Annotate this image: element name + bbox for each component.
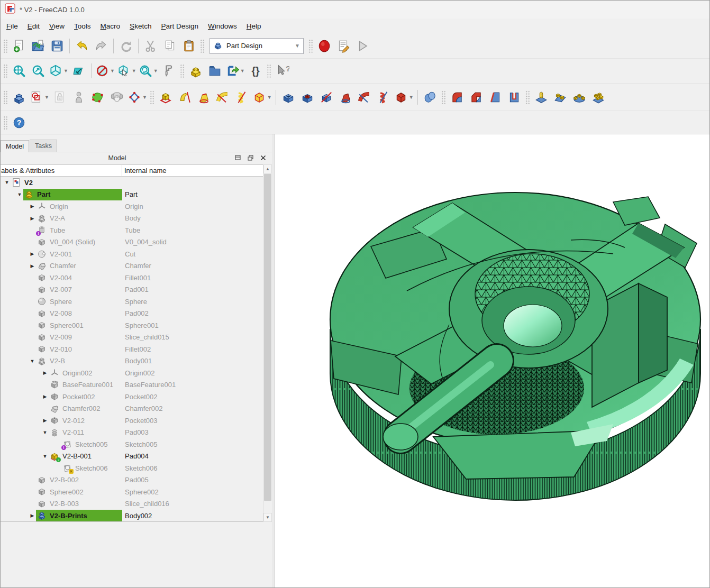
undo-button[interactable] (73, 36, 91, 56)
tree-row-v2-b-001[interactable]: ▼↓V2-B-001Pad004 (1, 451, 263, 463)
clipping-plane-button[interactable]: ▼ (95, 61, 115, 80)
fit-selection-button[interactable] (29, 61, 47, 80)
expander-right-icon[interactable]: ▶ (29, 263, 36, 269)
subtractive-pipe-button[interactable] (356, 88, 374, 107)
fit-all-button[interactable] (10, 61, 28, 80)
tree-row-sketch006[interactable]: ✕Sketch006Sketch006 (1, 462, 263, 474)
tree-row-tube[interactable]: !TubeTube (1, 224, 263, 236)
expander-right-icon[interactable]: ▶ (29, 513, 36, 518)
pad-button[interactable] (157, 88, 175, 107)
dock-close-button[interactable] (259, 154, 267, 162)
expander-down-icon[interactable]: ▼ (29, 359, 36, 364)
mirrored-button[interactable] (532, 88, 550, 107)
tree-row-v2-009[interactable]: V2-009Slice_child015 (1, 332, 263, 344)
scroll-down-button[interactable]: ▼ (263, 513, 272, 522)
rotate-view-button[interactable]: ▼ (138, 61, 159, 80)
toolbar-drag-handle[interactable] (150, 90, 154, 104)
expander-right-icon[interactable]: ▶ (29, 251, 36, 256)
tree-row-sphere002[interactable]: Sphere002Sphere002 (1, 486, 263, 498)
fillet-button[interactable] (448, 88, 466, 107)
create-group-button[interactable] (206, 61, 224, 80)
create-varset-button[interactable]: {} (247, 61, 265, 80)
hole-button[interactable] (298, 88, 316, 107)
macro-edit-button[interactable] (334, 36, 352, 56)
create-body-button[interactable] (10, 88, 28, 107)
toolbar-drag-handle[interactable] (441, 90, 446, 104)
axonometric-view-button[interactable]: ▼ (48, 61, 69, 80)
expander-right-icon[interactable]: ▶ (41, 370, 49, 375)
view-cube-button[interactable]: ▼ (116, 61, 137, 80)
scrollbar-thumb[interactable] (264, 174, 271, 501)
expander-right-icon[interactable]: ▶ (29, 204, 36, 209)
expander-right-icon[interactable]: ▶ (29, 216, 36, 221)
menu-edit[interactable]: Edit (23, 20, 44, 32)
subtractive-loft-button[interactable] (336, 88, 354, 107)
toolbar-drag-handle[interactable] (200, 39, 205, 53)
macro-execute-button[interactable] (353, 36, 371, 56)
redo-button[interactable] (92, 36, 110, 56)
tree-row-v2-007[interactable]: V2-007Pad001 (1, 284, 263, 296)
thickness-button[interactable] (505, 88, 523, 107)
toolbar-drag-handle[interactable] (3, 90, 8, 104)
toolbar-drag-handle[interactable] (525, 90, 530, 104)
tree-row-v0-004-solid-[interactable]: V0_004 (Solid)V0_004_solid (1, 236, 263, 249)
toolbar-drag-handle[interactable] (3, 64, 8, 78)
workbench-selector[interactable]: Part Design▼ (210, 38, 304, 54)
menu-tools[interactable]: Tools (69, 20, 96, 32)
menu-windows[interactable]: Windows (203, 20, 242, 32)
tree-row-v2-b[interactable]: ▼V2-BBody001 (1, 355, 263, 368)
menu-file[interactable]: File (2, 20, 23, 32)
tree-row-sketch005[interactable]: !Sketch005Sketch005 (1, 438, 263, 451)
draft-button[interactable] (486, 88, 504, 107)
dock-collapse-button[interactable] (234, 154, 241, 162)
tree-row-pocket002[interactable]: ▶Pocket002Pocket002 (1, 391, 263, 403)
3d-viewport[interactable] (275, 134, 709, 588)
groove-button[interactable] (317, 88, 335, 107)
menu-view[interactable]: View (44, 20, 69, 32)
tree-row-chamfer[interactable]: ▶ChamferChamfer (1, 260, 263, 272)
subtractive-primitive-button[interactable]: ▼ (394, 88, 414, 107)
multitransform-button[interactable] (589, 88, 607, 107)
revolution-button[interactable] (176, 88, 194, 107)
dock-float-button[interactable] (247, 154, 254, 162)
expander-right-icon[interactable]: ▶ (41, 394, 49, 399)
tree-row-v2-001[interactable]: ▶V2-001Cut (1, 248, 263, 260)
additive-primitive-button[interactable]: ▼ (252, 88, 272, 107)
tab-tasks[interactable]: Tasks (30, 140, 57, 152)
menu-macro[interactable]: Macro (96, 20, 125, 32)
tree-row-v2-b-003[interactable]: V2-B-003Slice_child016 (1, 498, 263, 510)
create-part-button[interactable] (187, 61, 205, 80)
refresh-button[interactable] (117, 36, 135, 56)
tree-row-origin002[interactable]: ▶Origin002Origin002 (1, 367, 263, 379)
tree-row-v2[interactable]: ▼V2 (1, 177, 263, 189)
tree-row-sphere[interactable]: SphereSphere (1, 296, 263, 308)
tree-scrollbar[interactable]: ▲ ▼ (263, 164, 272, 522)
copy-button[interactable] (161, 36, 179, 56)
tree-row-v2-010[interactable]: V2-010Fillet002 (1, 343, 263, 355)
subtractive-helix-button[interactable] (375, 88, 393, 107)
tree-row-v2-004[interactable]: V2-004Fillet001 (1, 272, 263, 284)
chamfer-button[interactable] (467, 88, 485, 107)
measure-button[interactable] (160, 61, 178, 80)
macro-record-button[interactable] (315, 36, 333, 56)
tree-row-basefeature001[interactable]: BaseFeature001BaseFeature001 (1, 379, 263, 391)
new-document-button[interactable] (10, 36, 28, 56)
linear-pattern-button[interactable] (551, 88, 569, 107)
map-sketch-button[interactable] (70, 88, 88, 107)
expander-down-icon[interactable]: ▼ (3, 180, 11, 185)
menu-sketch[interactable]: Sketch (125, 20, 156, 32)
create-sketch-button[interactable]: ▼ (29, 88, 50, 107)
open-document-button[interactable] (29, 36, 47, 56)
menu-help[interactable]: Help (242, 20, 266, 32)
toolbar-drag-handle[interactable] (267, 64, 271, 78)
set-plane-view-button[interactable] (70, 61, 88, 80)
column-header-internal[interactable]: Internal name (122, 165, 263, 176)
additive-loft-button[interactable] (195, 88, 213, 107)
tree-row-part[interactable]: ▼PartPart (1, 189, 263, 201)
toolbar-drag-handle[interactable] (3, 116, 8, 130)
cut-button[interactable] (142, 36, 160, 56)
help-button[interactable]: ? (10, 113, 28, 132)
column-header-labels[interactable]: abels & Attributes (1, 165, 122, 176)
tab-model[interactable]: Model (1, 140, 29, 152)
boolean-operation-button[interactable] (421, 88, 439, 107)
